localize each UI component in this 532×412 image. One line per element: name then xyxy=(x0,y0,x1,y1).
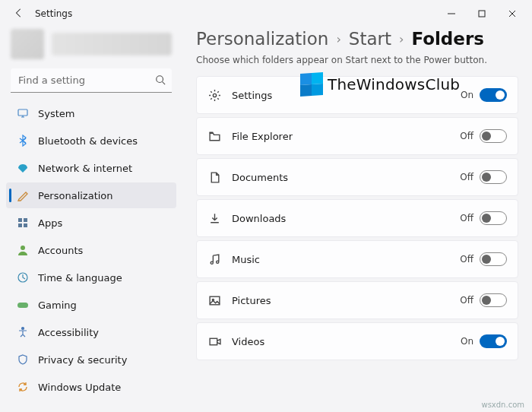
sidebar-item-personalization[interactable]: Personalization xyxy=(6,182,176,208)
folder-label: Music xyxy=(232,254,460,265)
sidebar-item-privacy-security[interactable]: Privacy & security xyxy=(6,347,176,372)
toggle-state-label: Off xyxy=(460,213,473,223)
network-icon xyxy=(17,162,29,174)
app-title: Settings xyxy=(35,8,72,19)
folder-row-documents: DocumentsOff xyxy=(196,158,518,196)
folder-row-downloads: DownloadsOff xyxy=(196,199,518,237)
svg-point-1 xyxy=(157,76,163,83)
folder-list: SettingsOnFile ExplorerOffDocumentsOffDo… xyxy=(196,76,518,360)
pictures-icon xyxy=(207,293,221,307)
gaming-icon xyxy=(17,299,29,311)
svg-rect-2 xyxy=(18,109,27,116)
sidebar-item-network-internet[interactable]: Network & internet xyxy=(6,155,176,181)
minimize-button[interactable] xyxy=(436,3,467,24)
music-icon xyxy=(207,252,221,266)
profile-name xyxy=(52,33,172,55)
sidebar-item-accounts[interactable]: Accounts xyxy=(6,237,176,263)
svg-rect-3 xyxy=(18,218,22,222)
sidebar-item-label: Windows Update xyxy=(38,382,121,393)
accounts-icon xyxy=(17,244,29,256)
svg-point-12 xyxy=(211,261,213,264)
sidebar-item-label: Accessibility xyxy=(38,327,99,338)
titlebar: Settings xyxy=(0,0,532,27)
chevron-right-icon: › xyxy=(336,32,340,46)
document-icon xyxy=(207,170,221,184)
avatar xyxy=(11,29,44,59)
nav-list: SystemBluetooth & devicesNetwork & inter… xyxy=(6,100,176,400)
profile-area[interactable] xyxy=(6,27,176,64)
maximize-button[interactable] xyxy=(467,3,497,24)
privacy-security-icon xyxy=(17,353,29,366)
sidebar-item-label: Network & internet xyxy=(38,163,132,174)
file-explorer-icon xyxy=(207,129,221,143)
toggle-switch[interactable] xyxy=(480,88,507,102)
sidebar-item-apps[interactable]: Apps xyxy=(6,210,176,236)
folder-row-videos: VideosOn xyxy=(196,322,518,360)
sidebar-item-label: Bluetooth & devices xyxy=(38,135,138,147)
folder-label: File Explorer xyxy=(232,131,460,142)
folder-row-file-explorer: File ExplorerOff xyxy=(196,117,518,155)
sidebar-item-accessibility[interactable]: Accessibility xyxy=(6,319,176,345)
svg-point-10 xyxy=(22,328,24,330)
sidebar-item-gaming[interactable]: Gaming xyxy=(6,292,176,318)
personalization-icon xyxy=(17,189,29,201)
sidebar-item-time-language[interactable]: Time & language xyxy=(6,265,176,290)
sidebar-item-label: Accounts xyxy=(38,245,83,256)
toggle-switch[interactable] xyxy=(480,211,507,225)
svg-point-7 xyxy=(21,246,25,250)
page-subtitle: Choose which folders appear on Start nex… xyxy=(196,55,518,65)
sidebar: SystemBluetooth & devicesNetwork & inter… xyxy=(0,27,182,412)
gear-icon xyxy=(207,88,221,102)
breadcrumb: Personalization › Start › Folders xyxy=(196,27,518,49)
folder-label: Documents xyxy=(232,172,460,183)
bluetooth-icon xyxy=(17,135,29,147)
svg-rect-0 xyxy=(479,11,485,17)
search-input[interactable] xyxy=(11,68,172,93)
videos-icon xyxy=(207,334,221,348)
folder-label: Settings xyxy=(232,90,461,101)
breadcrumb-personalization[interactable]: Personalization xyxy=(196,29,328,49)
svg-point-13 xyxy=(216,261,218,263)
toggle-switch[interactable] xyxy=(480,252,507,266)
toggle-switch[interactable] xyxy=(480,170,507,184)
sidebar-item-label: Privacy & security xyxy=(38,354,127,366)
svg-rect-14 xyxy=(210,296,220,305)
toggle-state-label: On xyxy=(461,90,473,100)
breadcrumb-folders: Folders xyxy=(411,29,484,49)
back-button[interactable] xyxy=(14,7,24,21)
sidebar-item-bluetooth-devices[interactable]: Bluetooth & devices xyxy=(6,128,176,154)
sidebar-item-label: Time & language xyxy=(38,272,122,284)
folder-row-pictures: PicturesOff xyxy=(196,281,518,319)
sidebar-item-label: System xyxy=(38,108,74,119)
footer-text: wsxdn.com xyxy=(481,401,524,409)
sidebar-item-label: Gaming xyxy=(38,299,77,311)
close-button[interactable] xyxy=(497,3,527,24)
folder-label: Videos xyxy=(232,336,461,347)
svg-point-11 xyxy=(213,93,216,97)
toggle-state-label: On xyxy=(461,336,473,347)
toggle-state-label: Off xyxy=(460,295,473,306)
toggle-switch[interactable] xyxy=(480,293,507,307)
svg-rect-16 xyxy=(210,338,217,345)
sidebar-item-windows-update[interactable]: Windows Update xyxy=(6,374,176,400)
toggle-state-label: Off xyxy=(460,254,473,265)
download-icon xyxy=(207,211,221,225)
svg-rect-4 xyxy=(24,218,27,222)
chevron-right-icon: › xyxy=(399,32,404,46)
sidebar-item-label: Apps xyxy=(38,217,62,229)
main-content: Personalization › Start › Folders Choose… xyxy=(182,27,532,412)
search-box[interactable] xyxy=(11,68,172,93)
svg-rect-9 xyxy=(17,303,28,308)
breadcrumb-start[interactable]: Start xyxy=(349,29,391,49)
sidebar-item-system[interactable]: System xyxy=(6,100,176,126)
svg-rect-6 xyxy=(24,223,27,227)
apps-icon xyxy=(17,217,29,229)
accessibility-icon xyxy=(17,326,29,338)
search-icon xyxy=(155,74,166,88)
folder-row-music: MusicOff xyxy=(196,240,518,278)
sidebar-item-label: Personalization xyxy=(38,190,113,201)
toggle-switch[interactable] xyxy=(480,129,507,143)
svg-rect-5 xyxy=(18,223,22,227)
toggle-switch[interactable] xyxy=(480,334,507,348)
system-icon xyxy=(17,107,29,119)
